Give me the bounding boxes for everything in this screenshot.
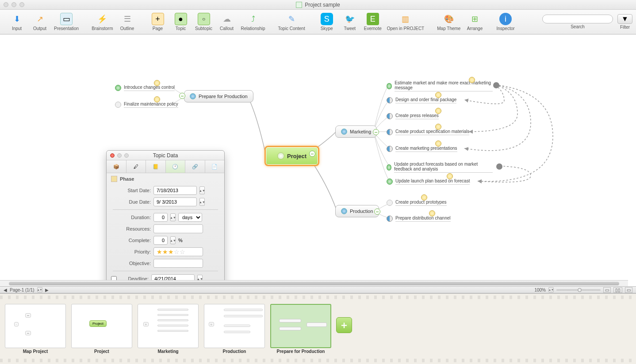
filter-button[interactable]: ▼ (617, 14, 632, 24)
slider-knob[interactable] (578, 288, 582, 292)
topic-leaf[interactable]: Estimate market and make more exact mark… (387, 80, 493, 91)
toolbar-map-theme[interactable]: 🎨Map Theme (437, 13, 460, 31)
relationship-handle-icon[interactable] (493, 82, 499, 88)
collapse-button[interactable]: – (374, 209, 380, 215)
horizontal-scrollbar[interactable] (0, 280, 628, 286)
topic-leaf[interactable]: Update launch plan based on forecast (387, 178, 470, 185)
topic-leaf[interactable]: Prepare distribution channel (387, 216, 451, 222)
zoom-popup-icon[interactable] (124, 153, 129, 158)
close-icon[interactable]: ✕ (319, 304, 323, 304)
popup-tab-4[interactable]: 🕐 (166, 160, 186, 173)
objective-input[interactable] (153, 259, 203, 268)
start-date-stepper[interactable]: ▲▼ (199, 186, 205, 194)
check-icon (387, 178, 393, 185)
toolbar-brainstorm[interactable]: ⚡Brainstorm (92, 13, 113, 31)
popup-title: Topic Data (153, 152, 178, 159)
priority-stars[interactable]: ★★★☆☆ (153, 247, 203, 256)
topic-leaf[interactable]: Create press releases (387, 113, 439, 119)
camera-icon[interactable]: 📷 (297, 304, 303, 304)
zoom-stepper[interactable]: ▲▼ (548, 287, 554, 292)
toolbar-inspector[interactable]: iInspector (496, 13, 514, 31)
duration-stepper[interactable]: ▲▼ (170, 213, 176, 221)
complete-input[interactable] (153, 236, 168, 245)
resources-input[interactable] (153, 224, 203, 233)
toolbar-skype[interactable]: SSkype (318, 13, 336, 31)
duration-unit-select[interactable]: days (178, 213, 202, 222)
mindmap-canvas[interactable]: Introduce changes control Finalize maint… (0, 34, 636, 286)
topic-leaf[interactable]: Update product forecasts based on market… (387, 162, 493, 173)
status-bar: ◀ Page-1 (1/1) ▲▼ ▶ 100% ▲▼ ▭ ▯▯ ▭ (0, 286, 636, 293)
topic-leaf[interactable]: Create product specification materials (387, 129, 469, 135)
slide-thumbnail-active[interactable]: ▶ 📷 ✕ Prepare for Production (270, 304, 332, 354)
topic-leaf[interactable]: Create marketing presentations (387, 146, 457, 152)
toolbar-presentation[interactable]: ▭Presentation (54, 13, 79, 31)
view-mode-2-icon[interactable]: ▯▯ (613, 287, 622, 293)
toolbar-callout[interactable]: ☁Callout (218, 13, 236, 31)
zoom-window-icon[interactable] (19, 2, 24, 7)
zoom-slider[interactable] (556, 289, 601, 291)
toolbar-label: Evernote (364, 26, 382, 31)
star-empty-icon: ☆ (180, 248, 185, 255)
toolbar-relationship[interactable]: ⤴Relationship (241, 13, 265, 31)
toolbar-arrange[interactable]: ⊞Arrange (466, 13, 483, 31)
popup-tab-3[interactable]: 📒 (146, 160, 166, 173)
popup-tab-6[interactable]: 📄 (205, 160, 225, 173)
play-icon[interactable]: ▶ (279, 304, 282, 304)
page-stepper[interactable]: ▲▼ (37, 287, 42, 292)
clock-icon (429, 210, 435, 216)
toolbar-label: Input (12, 26, 22, 31)
relationship-handle-icon[interactable] (496, 163, 502, 170)
popup-tab-5[interactable]: 🔗 (185, 160, 205, 173)
toolbar-tweet[interactable]: 🐦Tweet (341, 13, 359, 31)
toolbar-topic-content[interactable]: ✎Topic Content (278, 13, 305, 31)
toolbar-output[interactable]: ↗Output (31, 13, 49, 31)
toolbar-page[interactable]: +Page (149, 13, 167, 31)
slide-thumbnail[interactable]: · — — Map Project (4, 304, 66, 354)
document-icon (296, 2, 302, 8)
close-popup-icon[interactable] (110, 153, 115, 158)
toolbar-input[interactable]: ⬇Input (8, 13, 26, 31)
toolbar-outline[interactable]: ☰Outline (119, 13, 136, 31)
minimize-popup-icon[interactable] (117, 153, 122, 158)
star-empty-icon: ☆ (174, 248, 180, 255)
chevron-right-icon[interactable]: ▶ (45, 288, 49, 292)
search-input[interactable] (542, 15, 613, 23)
collapse-button[interactable]: – (309, 151, 315, 157)
minimize-window-icon[interactable] (11, 2, 16, 7)
topic-leaf[interactable]: Create product prototypes (387, 200, 447, 206)
complete-stepper[interactable]: ▲▼ (170, 236, 176, 244)
due-date-stepper[interactable]: ▲▼ (199, 198, 205, 206)
toolbar-open-in-project[interactable]: ▥Open in PROJECT (387, 13, 424, 31)
topic-data-panel: Topic Data 📦 🖊 📒 🕐 🔗 📄 Phase Start Date:… (106, 150, 225, 286)
chevron-left-icon[interactable]: ◀ (4, 288, 7, 292)
topic-leaf[interactable]: Finalize maintenance policy (115, 102, 178, 108)
slide-thumbnail[interactable]: ○ Production (203, 304, 265, 354)
topic-text: Introduce changes control (124, 85, 175, 91)
collapse-button[interactable]: – (179, 93, 185, 99)
add-slide-button[interactable]: ＋ (336, 317, 352, 333)
toolbar-evernote[interactable]: EEvernote (364, 13, 382, 31)
topic-production[interactable]: Production (335, 205, 379, 217)
due-date-input[interactable] (153, 197, 197, 206)
view-mode-1-icon[interactable]: ▭ (603, 287, 611, 293)
scrollbar-thumb[interactable] (9, 282, 619, 285)
canvas-viewport[interactable]: Introduce changes control Finalize maint… (0, 34, 636, 286)
topic-leaf[interactable]: Design and order final package (387, 97, 456, 103)
topic-icon (341, 208, 347, 214)
slide-thumbnail[interactable]: Project Project (71, 304, 133, 354)
topic-marketing[interactable]: Marketing (335, 125, 377, 138)
topic-prepare-for-production[interactable]: Prepare for Production (184, 90, 253, 102)
start-date-input[interactable] (153, 186, 197, 195)
slide-thumbnail[interactable]: ○ Marketing (137, 304, 199, 354)
topic-leaf[interactable]: Introduce changes control (115, 85, 175, 91)
topic-text: Update product forecasts based on market… (394, 162, 493, 173)
popup-tab-2[interactable]: 🖊 (126, 160, 146, 173)
duration-input[interactable] (153, 213, 168, 222)
toolbar-topic[interactable]: ●Topic (172, 13, 190, 31)
toolbar-subtopic[interactable]: ○Subtopic (195, 13, 213, 31)
view-mode-3-icon[interactable]: ▭ (625, 287, 632, 293)
close-window-icon[interactable] (4, 2, 8, 7)
topic-text: Update launch plan based on forecast (395, 178, 470, 185)
popup-tab-1[interactable]: 📦 (107, 160, 126, 173)
collapse-button[interactable]: – (373, 129, 379, 135)
